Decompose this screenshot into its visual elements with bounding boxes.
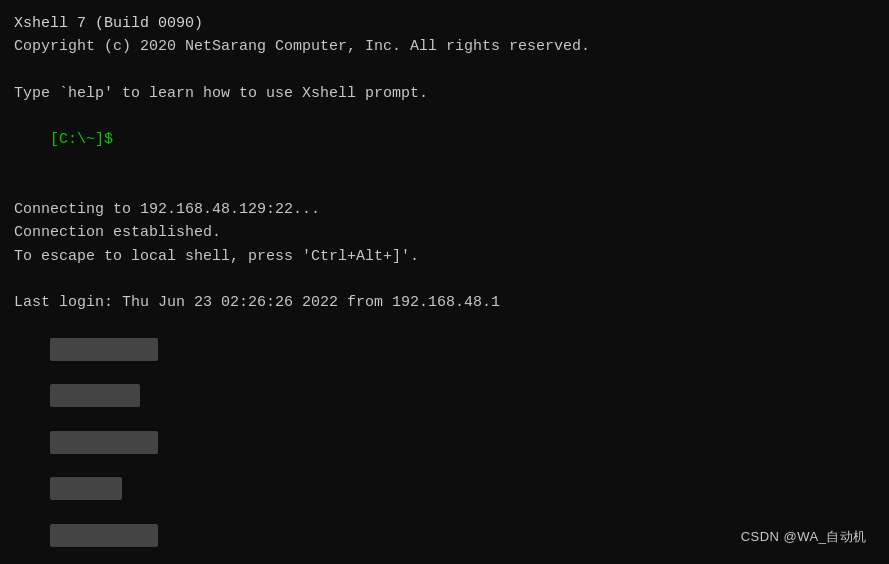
terminal-window: Xshell 7 (Build 0090) Copyright (c) 2020… <box>0 0 889 564</box>
local-prompt: [C:\~]$ <box>50 131 113 148</box>
watermark: CSDN @WA_自动机 <box>741 528 867 546</box>
redacted-1 <box>50 338 158 361</box>
redacted-5 <box>50 524 158 547</box>
copyright-line: Copyright (c) 2020 NetSarang Computer, I… <box>14 35 875 58</box>
redacted-3 <box>50 431 158 454</box>
redacted-line <box>14 314 875 564</box>
last-login-line: Last login: Thu Jun 23 02:26:26 2022 fro… <box>14 291 875 314</box>
redacted-4 <box>50 477 122 500</box>
title-line: Xshell 7 (Build 0090) <box>14 12 875 35</box>
local-prompt-line: [C:\~]$ <box>14 105 875 175</box>
help-line: Type `help' to learn how to use Xshell p… <box>14 82 875 105</box>
established-line: Connection established. <box>14 221 875 244</box>
connecting-line: Connecting to 192.168.48.129:22... <box>14 198 875 221</box>
escape-line: To escape to local shell, press 'Ctrl+Al… <box>14 245 875 268</box>
redacted-2 <box>50 384 140 407</box>
